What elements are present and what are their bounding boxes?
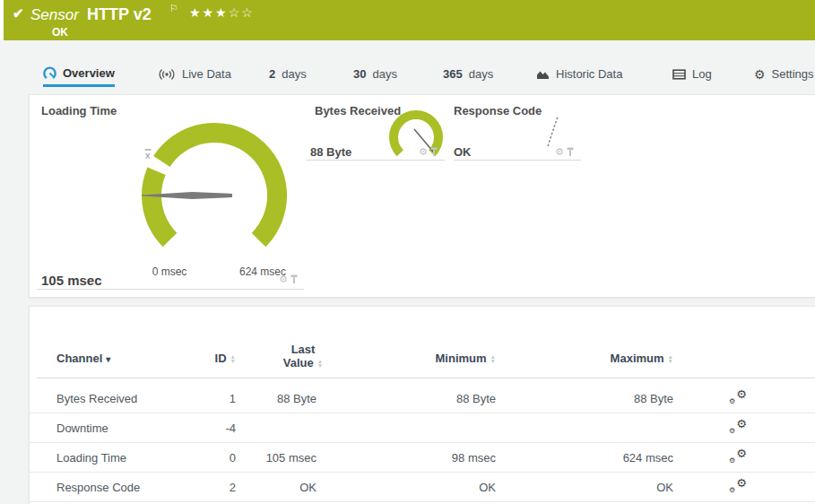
maximum-value: OK (568, 473, 673, 502)
channel-settings-icon[interactable]: ⚙⚙ (729, 419, 747, 435)
sensor-overview-page: ✔ Sensor HTTP v2 ⚐ ★★★☆☆ OK Overview Liv… (0, 0, 815, 504)
tab-label: Settings (772, 67, 814, 81)
channel-id: 2 (164, 473, 236, 502)
pin-icon[interactable] (567, 147, 574, 157)
response-code-gauge (539, 107, 566, 150)
pin-icon[interactable] (430, 147, 438, 157)
channel-name: Response Code (56, 473, 140, 502)
gauge-actions[interactable]: ⚙ (279, 274, 298, 284)
tab-settings[interactable]: ⚙ Settings (754, 61, 814, 87)
gauge-actions[interactable]: ⚙ (419, 147, 438, 157)
flag-icon[interactable]: ⚐ (169, 3, 178, 14)
tab-label: Historic Data (556, 67, 622, 81)
table-row: Loading Time 0 105 msec 98 msec 624 msec… (30, 443, 815, 473)
column-header-id[interactable]: ID▲▼ (164, 352, 236, 365)
table-row: Response Code 2 OK OK OK ⚙⚙ (30, 473, 815, 502)
loading-time-gauge: x (138, 117, 290, 260)
gauge-icon (43, 66, 56, 80)
gauge-title-bytes-received: Bytes Received (315, 104, 401, 117)
tab-label: days (469, 67, 493, 81)
tab-label: days (372, 67, 396, 81)
maximum-value: 624 msec (568, 443, 673, 473)
channel-settings-icon[interactable]: ⚙⚙ (729, 478, 747, 494)
sort-icon: ▲▼ (317, 360, 323, 368)
tab-label: Overview (63, 66, 115, 80)
channel-name: Downtime (56, 413, 108, 443)
gauge-actions[interactable]: ⚙ (555, 147, 574, 157)
tab-label: Live Data (182, 67, 231, 81)
gauge-title-loading-time: Loading Time (41, 104, 117, 117)
gear-icon: ⚙ (754, 68, 766, 81)
area-chart-icon (536, 69, 550, 80)
loading-time-value: 105 msec (41, 273, 102, 288)
channel-settings-icon[interactable]: ⚙⚙ (729, 389, 747, 405)
channel-id: 1 (164, 384, 236, 413)
table-row: Bytes Received 1 88 Byte 88 Byte 88 Byte… (30, 384, 815, 413)
table-header-divider (37, 378, 815, 378)
sort-desc-icon: ▾ (106, 354, 110, 364)
channels-table-panel: Channel▾ ID▲▼ Last Value▲▼ Minimum▲▼ Max… (29, 306, 815, 504)
minimum-value: 98 msec (388, 443, 496, 473)
sensor-status-text: OK (52, 26, 68, 39)
response-code-value: OK (454, 145, 472, 159)
tab-365-days[interactable]: 365 days (443, 61, 493, 87)
sensor-name: HTTP v2 (87, 5, 152, 24)
minimum-value: 88 Byte (388, 384, 496, 413)
minimum-value: OK (388, 473, 496, 502)
tab-number: 2 (269, 67, 275, 81)
pin-icon[interactable] (290, 274, 298, 284)
sort-icon: ▲▼ (230, 355, 236, 363)
table-row: Downtime -4 ⚙⚙ (30, 413, 815, 443)
channel-gear-icon[interactable]: ⚙ (555, 147, 564, 157)
sort-icon: ▲▼ (668, 355, 673, 363)
last-value: 88 Byte (236, 384, 316, 413)
channel-gear-icon[interactable]: ⚙ (419, 147, 428, 157)
column-header-minimum[interactable]: Minimum▲▼ (388, 352, 496, 365)
tab-2-days[interactable]: 2 days (269, 61, 307, 87)
last-value: OK (236, 473, 316, 502)
maximum-value: 88 Byte (568, 384, 673, 413)
gauges-panel: Loading Time x 0 msec 624 msec 105 msec … (29, 94, 815, 298)
tab-historic-data[interactable]: Historic Data (536, 61, 622, 87)
column-header-channel[interactable]: Channel▾ (56, 352, 110, 365)
divider (454, 160, 581, 161)
tab-30-days[interactable]: 30 days (353, 61, 397, 87)
divider (37, 289, 304, 290)
log-list-icon (672, 69, 686, 80)
column-header-last-value[interactable]: Last Value▲▼ (254, 343, 352, 369)
channel-id: -4 (164, 413, 236, 443)
tab-number: 365 (443, 67, 463, 81)
channel-name: Loading Time (56, 443, 126, 473)
channel-settings-icon[interactable]: ⚙⚙ (729, 448, 747, 465)
gauge-title-response-code: Response Code (454, 104, 542, 117)
channel-id: 0 (164, 443, 236, 473)
priority-star-rating[interactable]: ★★★☆☆ (189, 5, 255, 20)
sensor-status-bar: ✔ Sensor HTTP v2 ⚐ ★★★☆☆ OK (4, 0, 815, 40)
column-header-maximum[interactable]: Maximum▲▼ (568, 352, 673, 365)
sort-icon: ▲▼ (490, 355, 496, 363)
tab-label: days (282, 67, 306, 81)
gauge-needle (548, 117, 558, 146)
channel-gear-icon[interactable]: ⚙ (279, 274, 288, 284)
divider (306, 160, 445, 161)
object-kind-label: Sensor (30, 6, 79, 24)
tab-number: 30 (353, 67, 366, 81)
channel-name: Bytes Received (56, 384, 137, 413)
last-value: 105 msec (236, 443, 316, 473)
gauge-scale-min: 0 msec (134, 265, 205, 278)
tab-overview[interactable]: Overview (43, 61, 115, 87)
mean-marker-icon: x (145, 150, 151, 161)
broadcast-icon (158, 68, 176, 81)
tab-label: Log (692, 67, 712, 81)
bytes-received-value: 88 Byte (310, 145, 351, 159)
page-left-margin (0, 0, 4, 40)
status-ok-check-icon: ✔ (13, 5, 24, 22)
tab-live-data[interactable]: Live Data (158, 61, 231, 87)
tab-log[interactable]: Log (672, 61, 712, 87)
